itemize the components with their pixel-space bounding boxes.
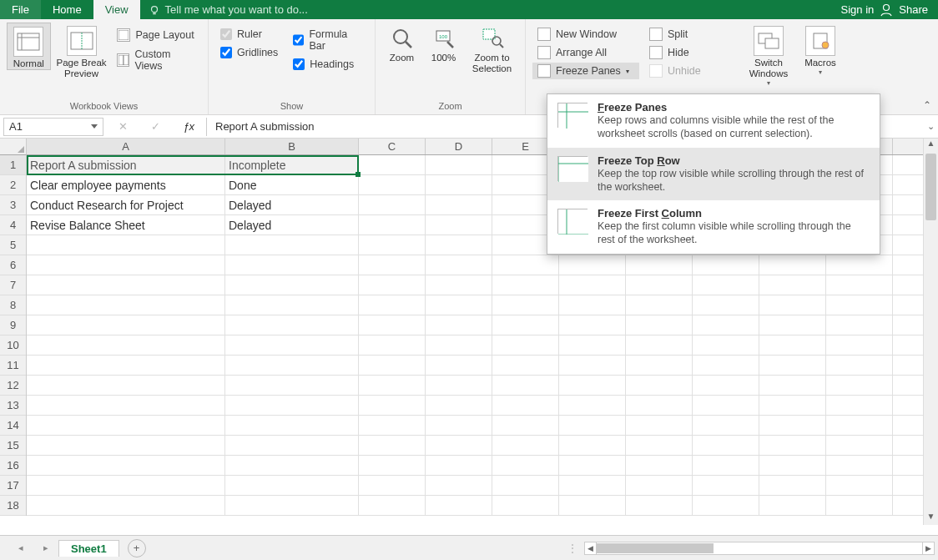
cell-F12[interactable] xyxy=(559,376,626,396)
cell-A7[interactable] xyxy=(27,275,225,295)
cell-D17[interactable] xyxy=(426,476,492,496)
cell-A9[interactable] xyxy=(27,315,225,335)
cell-C14[interactable] xyxy=(359,416,426,436)
cell-H7[interactable] xyxy=(693,275,759,295)
row-header-11[interactable]: 11 xyxy=(0,356,26,376)
tell-me-search[interactable]: Tell me what you want to do... xyxy=(140,0,831,19)
cell-G8[interactable] xyxy=(626,295,693,315)
cell-A10[interactable] xyxy=(27,335,225,356)
cell-B14[interactable] xyxy=(225,416,359,436)
cell-C16[interactable] xyxy=(359,456,426,476)
cell-J6[interactable] xyxy=(826,255,893,275)
cell-D16[interactable] xyxy=(426,456,492,476)
cell-B6[interactable] xyxy=(225,255,359,275)
row-header-6[interactable]: 6 xyxy=(0,255,26,275)
cell-B18[interactable] xyxy=(225,496,359,516)
new-sheet-button[interactable]: + xyxy=(128,539,146,557)
cell-E15[interactable] xyxy=(492,436,559,456)
cell-A2[interactable]: Clear employee payments xyxy=(27,175,225,195)
scroll-thumb[interactable] xyxy=(925,154,936,220)
row-header-9[interactable]: 9 xyxy=(0,315,26,335)
cell-F10[interactable] xyxy=(559,335,626,356)
cell-B12[interactable] xyxy=(225,376,359,396)
freeze-option-0[interactable]: Freeze PanesKeep rows and columns visibl… xyxy=(547,94,880,148)
cell-H13[interactable] xyxy=(693,396,759,416)
cell-F17[interactable] xyxy=(559,476,626,496)
hscroll-thumb[interactable] xyxy=(597,543,714,553)
cell-G11[interactable] xyxy=(626,356,693,376)
cell-H17[interactable] xyxy=(693,476,759,496)
cell-D14[interactable] xyxy=(426,416,492,436)
tab-home[interactable]: Home xyxy=(41,0,93,19)
cell-D5[interactable] xyxy=(426,235,492,255)
row-header-15[interactable]: 15 xyxy=(0,436,26,456)
cell-J13[interactable] xyxy=(826,396,893,416)
cell-B16[interactable] xyxy=(225,456,359,476)
unhide-button[interactable]: Unhide xyxy=(644,63,709,79)
sign-in-link[interactable]: Sign in xyxy=(841,3,875,16)
zoom-100-button[interactable]: 100 100% xyxy=(426,23,462,63)
cell-C8[interactable] xyxy=(359,295,426,315)
cell-I15[interactable] xyxy=(759,436,826,456)
cell-H6[interactable] xyxy=(693,255,759,275)
col-header-D[interactable]: D xyxy=(426,139,492,154)
cell-I13[interactable] xyxy=(759,396,826,416)
cell-D18[interactable] xyxy=(426,496,492,516)
enter-formula-icon[interactable]: ✓ xyxy=(151,120,160,133)
row-header-2[interactable]: 2 xyxy=(0,175,26,195)
row-header-17[interactable]: 17 xyxy=(0,476,26,496)
cell-G17[interactable] xyxy=(626,476,693,496)
cell-F11[interactable] xyxy=(559,356,626,376)
row-header-3[interactable]: 3 xyxy=(0,195,26,215)
page-layout-button[interactable]: Page Layout xyxy=(112,26,201,44)
page-break-preview-button[interactable]: Page Break Preview xyxy=(56,23,108,79)
cell-G18[interactable] xyxy=(626,496,693,516)
cell-B1[interactable]: Incomplete xyxy=(225,155,359,175)
row-header-5[interactable]: 5 xyxy=(0,235,26,255)
cell-G16[interactable] xyxy=(626,456,693,476)
select-all-button[interactable] xyxy=(0,139,27,155)
cell-B17[interactable] xyxy=(225,476,359,496)
gridlines-checkbox[interactable]: Gridlines xyxy=(215,44,283,61)
cell-B9[interactable] xyxy=(225,315,359,335)
cell-H10[interactable] xyxy=(693,335,759,356)
cell-C5[interactable] xyxy=(359,235,426,255)
vertical-scrollbar[interactable]: ▲ ▼ xyxy=(923,139,938,525)
cell-D13[interactable] xyxy=(426,396,492,416)
cell-F18[interactable] xyxy=(559,496,626,516)
cell-H14[interactable] xyxy=(693,416,759,436)
cell-H12[interactable] xyxy=(693,376,759,396)
cell-F13[interactable] xyxy=(559,396,626,416)
cell-C7[interactable] xyxy=(359,275,426,295)
cell-B13[interactable] xyxy=(225,396,359,416)
cell-G14[interactable] xyxy=(626,416,693,436)
row-header-16[interactable]: 16 xyxy=(0,456,26,476)
cell-E13[interactable] xyxy=(492,396,559,416)
cell-E11[interactable] xyxy=(492,356,559,376)
sheet-nav-first[interactable]: ◂ xyxy=(18,542,23,553)
cell-J15[interactable] xyxy=(826,436,893,456)
cell-B15[interactable] xyxy=(225,436,359,456)
cell-I18[interactable] xyxy=(759,496,826,516)
cell-C9[interactable] xyxy=(359,315,426,335)
cell-J11[interactable] xyxy=(826,356,893,376)
cell-B10[interactable] xyxy=(225,335,359,356)
cell-C12[interactable] xyxy=(359,376,426,396)
expand-formula-bar-button[interactable]: ⌄ xyxy=(923,121,938,132)
cell-F6[interactable] xyxy=(559,255,626,275)
horizontal-scrollbar[interactable]: ◀ ▶ xyxy=(584,542,935,555)
scroll-right-button[interactable]: ▶ xyxy=(922,542,934,554)
row-header-18[interactable]: 18 xyxy=(0,496,26,516)
row-header-13[interactable]: 13 xyxy=(0,396,26,416)
split-button[interactable]: Split xyxy=(644,26,709,43)
cell-C6[interactable] xyxy=(359,255,426,275)
cell-A11[interactable] xyxy=(27,356,225,376)
cell-A18[interactable] xyxy=(27,496,225,516)
cell-C18[interactable] xyxy=(359,496,426,516)
cell-J12[interactable] xyxy=(826,376,893,396)
row-header-7[interactable]: 7 xyxy=(0,275,26,295)
ruler-checkbox[interactable]: Ruler xyxy=(215,26,283,43)
cell-C3[interactable] xyxy=(359,195,426,215)
cell-A16[interactable] xyxy=(27,456,225,476)
cell-C15[interactable] xyxy=(359,436,426,456)
